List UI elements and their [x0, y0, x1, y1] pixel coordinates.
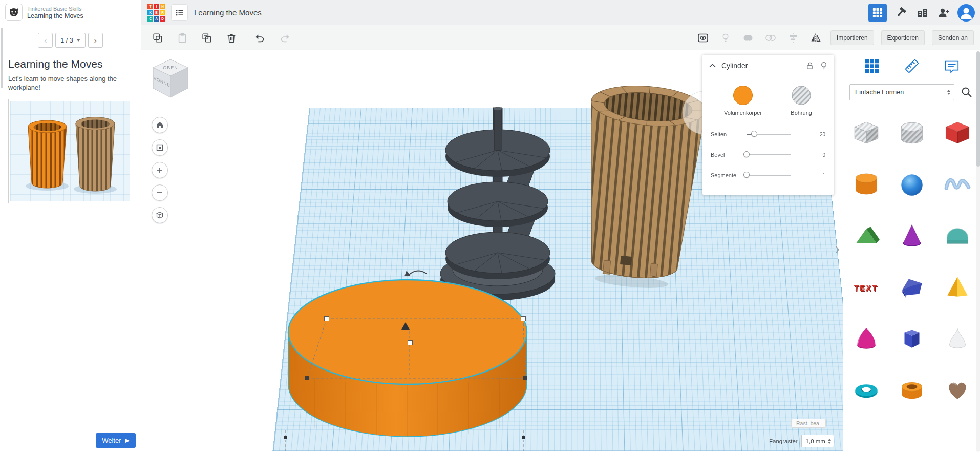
- inspector-title: Cylinder: [721, 61, 748, 70]
- shape-cylinder-hole[interactable]: [889, 108, 934, 159]
- rotate-handle[interactable]: [409, 271, 427, 275]
- chevron-up-icon[interactable]: [709, 63, 716, 68]
- zoom-out-button[interactable]: [152, 184, 168, 201]
- slider-label: Seiten: [711, 131, 743, 137]
- undo-button[interactable]: [252, 30, 268, 46]
- shape-soft-cone[interactable]: [935, 313, 980, 364]
- undo-icon: [254, 32, 266, 44]
- shape-search-button[interactable]: [959, 85, 974, 100]
- shape-heart[interactable]: [935, 364, 980, 415]
- shape-box-hole[interactable]: [843, 108, 889, 159]
- lightbulb-icon: [720, 32, 731, 44]
- zoom-in-icon: [156, 166, 164, 174]
- shapes-scrollbar[interactable]: [976, 51, 980, 452]
- avatar[interactable]: [957, 4, 975, 22]
- edit-toolbar: Importieren Exportieren Senden an: [141, 25, 980, 50]
- shape-scribble[interactable]: [935, 159, 980, 210]
- gallery-button[interactable]: [914, 5, 930, 20]
- shape-tube[interactable]: [889, 364, 934, 415]
- shape-pyramid[interactable]: [935, 261, 980, 313]
- invite-button[interactable]: [936, 5, 951, 20]
- logo-tile: D: [160, 16, 165, 22]
- selected-cylinder-shape[interactable]: [288, 280, 527, 437]
- group-button[interactable]: [740, 30, 756, 46]
- lesson-pager: ‹ 1 / 3 ›: [0, 25, 141, 53]
- snap-grid-select[interactable]: 1,0 mm: [801, 435, 834, 447]
- shape-text[interactable]: TEXTTEXT: [843, 261, 889, 313]
- spiral-staircase-shape[interactable]: [440, 107, 555, 300]
- hole-option[interactable]: Bohrung: [791, 86, 812, 116]
- paste-button[interactable]: [175, 30, 190, 46]
- list-icon: [175, 8, 185, 18]
- lesson-breadcrumb[interactable]: Tinkercad Basic Skills Learning the Move…: [0, 0, 141, 25]
- hole-swatch[interactable]: [792, 86, 811, 105]
- delete-button[interactable]: [224, 30, 239, 46]
- trash-icon: [226, 32, 237, 44]
- shape-sphere[interactable]: [889, 159, 934, 210]
- solid-swatch[interactable]: [733, 86, 753, 105]
- slider-value: 1: [822, 173, 825, 178]
- align-button[interactable]: [785, 30, 801, 46]
- perspective-cube-icon: [156, 211, 164, 219]
- shape-cylinder[interactable]: [843, 159, 889, 210]
- panel-collapse-handle[interactable]: [833, 241, 841, 258]
- fit-view-button[interactable]: [152, 139, 168, 156]
- ungroup-icon: [764, 32, 777, 44]
- tinker-tools-button[interactable]: [893, 5, 908, 20]
- bevel-slider[interactable]: [747, 154, 791, 155]
- shape-hexagonal-prism[interactable]: [889, 313, 934, 364]
- shape-round-roof[interactable]: [935, 210, 980, 261]
- redo-icon: [279, 32, 290, 44]
- lightbulb-icon[interactable]: [820, 61, 827, 70]
- logo-tile: I: [154, 4, 159, 9]
- import-button[interactable]: Importieren: [830, 30, 874, 45]
- pager-next-button[interactable]: ›: [88, 33, 103, 48]
- lock-icon[interactable]: [806, 61, 814, 70]
- duplicate-icon: [201, 32, 212, 44]
- show-all-button[interactable]: [695, 30, 711, 46]
- lesson-title: Learning the Moves: [8, 58, 133, 70]
- ungroup-button[interactable]: [763, 30, 778, 46]
- sides-slider[interactable]: [747, 134, 791, 135]
- home-view-button[interactable]: [152, 117, 168, 133]
- tab-ruler[interactable]: [903, 57, 921, 75]
- redo-button[interactable]: [277, 30, 292, 46]
- lesson-list-button[interactable]: [171, 4, 188, 21]
- duplicate-button[interactable]: [199, 30, 215, 46]
- mirror-button[interactable]: [808, 30, 823, 46]
- person-icon: [957, 4, 975, 22]
- tab-notes[interactable]: [944, 58, 960, 74]
- snap-grid-value: 1,0 mm: [806, 438, 825, 444]
- solid-option[interactable]: Volumenkörper: [724, 86, 762, 116]
- person-add-icon: [937, 6, 950, 19]
- tinkercad-logo[interactable]: TINKERCAD: [147, 4, 165, 22]
- pager-page-select[interactable]: 1 / 3: [55, 33, 85, 48]
- pager-prev-button[interactable]: ‹: [38, 33, 53, 48]
- shape-category-select[interactable]: Einfache Formen: [849, 84, 954, 100]
- zoom-in-button[interactable]: [152, 162, 168, 178]
- send-to-button[interactable]: Senden an: [932, 30, 974, 45]
- slider-row-bevel: Bevel 0: [711, 145, 825, 165]
- tab-shapes[interactable]: [864, 58, 880, 74]
- lesson-panel-scrollbar[interactable]: [1, 28, 3, 88]
- shape-paraboloid[interactable]: [843, 313, 889, 364]
- shapes-panel-tabs: [843, 50, 980, 80]
- segments-slider[interactable]: [747, 175, 791, 176]
- next-lesson-button[interactable]: Weiter ▶: [96, 433, 136, 448]
- lesson-description: Let's learn to move shapes along the wor…: [8, 74, 133, 92]
- apps-grid-button[interactable]: [868, 4, 887, 22]
- shape-polygon[interactable]: [889, 261, 934, 313]
- basic-skills-cat-logo: [5, 4, 23, 21]
- hint-button[interactable]: [718, 30, 733, 46]
- copy-button[interactable]: [150, 30, 165, 46]
- lesson-thumbnail-image: [10, 101, 130, 201]
- export-button[interactable]: Exportieren: [881, 30, 925, 45]
- shape-torus[interactable]: [843, 364, 889, 415]
- zoom-out-icon: [156, 189, 164, 197]
- shape-box[interactable]: [935, 108, 980, 159]
- shape-roof[interactable]: [843, 210, 889, 261]
- spinner-icon: [947, 90, 950, 95]
- view-cube[interactable]: OBEN VORNE: [148, 56, 193, 100]
- perspective-toggle-button[interactable]: [152, 207, 168, 223]
- shape-cone[interactable]: [889, 210, 934, 261]
